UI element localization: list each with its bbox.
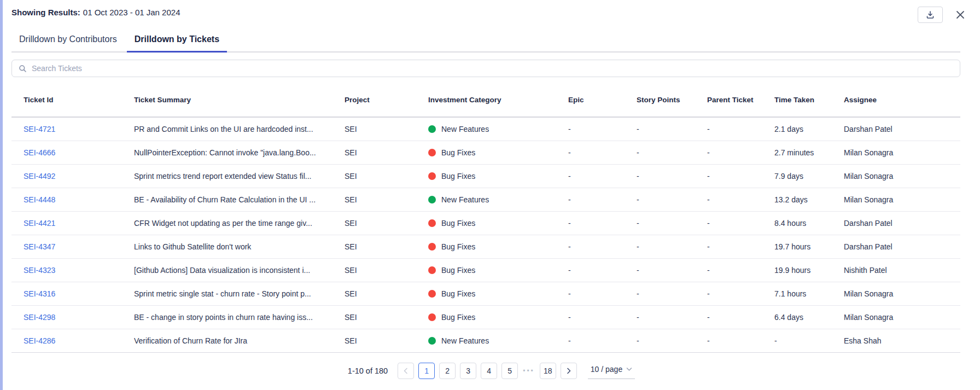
page-button-18[interactable]: 18 <box>540 363 556 379</box>
ticket-id-link[interactable]: SEI-4492 <box>24 172 55 181</box>
ticket-id-link[interactable]: SEI-4666 <box>24 148 55 157</box>
column-header-epic: Epic <box>568 96 637 104</box>
cell-assignee: Milan Sonagra <box>844 289 960 298</box>
cell-story-points: - <box>637 266 707 275</box>
page-button-1[interactable]: 1 <box>418 363 435 379</box>
page-button-3[interactable]: 3 <box>460 363 476 379</box>
cell-time-taken: 7.1 hours <box>774 289 844 298</box>
cell-investment-category: New Features <box>428 195 568 204</box>
cell-ticket-id: SEI-4316 <box>24 289 134 298</box>
download-button[interactable] <box>918 7 943 23</box>
cell-investment-category: Bug Fixes <box>428 289 568 298</box>
ticket-id-link[interactable]: SEI-4448 <box>24 195 55 204</box>
cell-time-taken: 19.9 hours <box>774 266 844 275</box>
page-button-4[interactable]: 4 <box>481 363 497 379</box>
category-label: New Features <box>441 125 489 133</box>
cell-parent-ticket: - <box>707 289 774 298</box>
date-range: 01 Oct 2023 - 01 Jan 2024 <box>83 8 180 17</box>
cell-story-points: - <box>637 195 707 204</box>
cell-assignee: Esha Shah <box>844 336 960 345</box>
ticket-id-link[interactable]: SEI-4421 <box>24 219 55 228</box>
cell-parent-ticket: - <box>707 266 774 275</box>
ticket-id-link[interactable]: SEI-4286 <box>24 336 55 345</box>
cell-summary: Sprint metrics trend report extended vie… <box>134 172 345 181</box>
ticket-id-link[interactable]: SEI-4316 <box>24 289 55 298</box>
chevron-left-icon <box>403 368 409 374</box>
cell-time-taken: 2.1 days <box>774 125 844 133</box>
cell-assignee: Darshan Patel <box>844 125 960 133</box>
category-dot <box>428 337 436 345</box>
cell-project: SEI <box>345 336 428 345</box>
ticket-id-link[interactable]: SEI-4347 <box>24 242 55 251</box>
table-row: SEI-4448BE - Availability of Churn Rate … <box>11 188 960 212</box>
cell-parent-ticket: - <box>707 219 774 228</box>
cell-story-points: - <box>637 313 707 322</box>
previous-page-button[interactable] <box>398 363 414 379</box>
column-header-story-points: Story Points <box>637 96 707 104</box>
cell-ticket-id: SEI-4421 <box>24 219 134 228</box>
cell-ticket-id: SEI-4298 <box>24 313 134 322</box>
pagination-ellipsis: ••• <box>523 367 535 375</box>
drilldown-tabs: Drilldown by Contributors Drilldown by T… <box>11 34 960 53</box>
cell-assignee: Nishith Patel <box>844 266 960 275</box>
ticket-id-link[interactable]: SEI-4323 <box>24 266 55 275</box>
cell-parent-ticket: - <box>707 195 774 204</box>
cell-time-taken: 13.2 days <box>774 195 844 204</box>
cell-summary: [Github Actions] Data visualization is i… <box>134 266 345 275</box>
cell-parent-ticket: - <box>707 125 774 133</box>
cell-epic: - <box>568 172 637 181</box>
cell-summary: PR and Commit Links on the UI are hardco… <box>134 125 345 133</box>
tickets-table: Ticket Id Ticket Summary Project Investm… <box>11 83 960 353</box>
close-button[interactable] <box>954 8 967 21</box>
page-size-select[interactable]: 10 / page <box>588 362 635 379</box>
cell-story-points: - <box>637 289 707 298</box>
table-header-row: Ticket Id Ticket Summary Project Investm… <box>11 83 960 118</box>
cell-ticket-id: SEI-4448 <box>24 195 134 204</box>
category-dot <box>428 219 436 227</box>
cell-epic: - <box>568 219 637 228</box>
cell-epic: - <box>568 313 637 322</box>
showing-results: Showing Results:01 Oct 2023 - 01 Jan 202… <box>11 7 180 17</box>
table-row: SEI-4666NullPointerException: Cannot inv… <box>11 141 960 165</box>
search-icon <box>19 65 27 73</box>
cell-ticket-id: SEI-4347 <box>24 242 134 251</box>
category-label: Bug Fixes <box>441 313 475 322</box>
table-row: SEI-4323[Github Actions] Data visualizat… <box>11 259 960 282</box>
cell-project: SEI <box>345 195 428 204</box>
cell-story-points: - <box>637 336 707 345</box>
search-input[interactable] <box>32 64 953 73</box>
column-header-ticket-id: Ticket Id <box>24 96 134 104</box>
ticket-id-link[interactable]: SEI-4298 <box>24 313 55 322</box>
category-dot <box>428 243 436 251</box>
ticket-id-link[interactable]: SEI-4721 <box>24 125 55 133</box>
cell-parent-ticket: - <box>707 242 774 251</box>
category-label: Bug Fixes <box>441 266 475 275</box>
cell-epic: - <box>568 148 637 157</box>
category-label: Bug Fixes <box>441 242 475 251</box>
category-dot <box>428 172 436 180</box>
cell-assignee: Darshan Patel <box>844 242 960 251</box>
page-button-5[interactable]: 5 <box>501 363 518 379</box>
category-dot <box>428 196 436 203</box>
cell-story-points: - <box>637 219 707 228</box>
cell-epic: - <box>568 336 637 345</box>
page-button-2[interactable]: 2 <box>439 363 456 379</box>
cell-investment-category: Bug Fixes <box>428 242 568 251</box>
cell-ticket-id: SEI-4666 <box>24 148 134 157</box>
cell-time-taken: - <box>774 336 844 345</box>
table-row: SEI-4316Sprint metric single stat - chur… <box>11 282 960 306</box>
showing-results-label: Showing Results: <box>11 8 80 17</box>
cell-parent-ticket: - <box>707 148 774 157</box>
cell-ticket-id: SEI-4492 <box>24 172 134 181</box>
cell-investment-category: Bug Fixes <box>428 313 568 322</box>
category-label: Bug Fixes <box>441 172 475 181</box>
next-page-button[interactable] <box>561 363 577 379</box>
cell-summary: BE - change in story points in churn rat… <box>134 313 345 322</box>
cell-story-points: - <box>637 242 707 251</box>
tab-drilldown-by-contributors[interactable]: Drilldown by Contributors <box>11 34 125 51</box>
cell-investment-category: Bug Fixes <box>428 266 568 275</box>
search-bar <box>11 60 960 77</box>
category-label: Bug Fixes <box>441 289 475 298</box>
tab-drilldown-by-tickets[interactable]: Drilldown by Tickets <box>127 34 227 51</box>
cell-story-points: - <box>637 125 707 133</box>
